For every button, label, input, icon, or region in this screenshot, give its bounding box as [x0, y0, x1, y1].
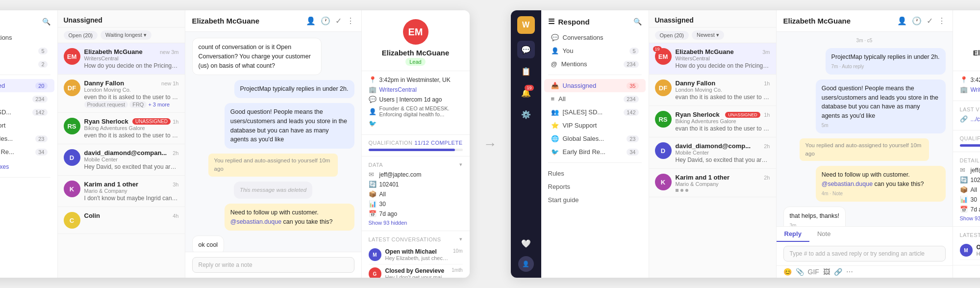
nav-item-unassigned-2[interactable]: 📥Unassigned 35: [544, 79, 646, 92]
conv-body-ryan-2: Ryan Sherlock UNASSIGNED 1h Biking Adven…: [676, 111, 770, 132]
conv-company-elizabeth-2: WritersCentral: [676, 55, 770, 61]
conv-name-ryan-2: Ryan Sherlock: [676, 111, 720, 118]
conv-time-colin: 4h: [173, 213, 178, 219]
nav-item-vip[interactable]: ⭐VIP Support: [0, 119, 54, 132]
conv-filter-open-2[interactable]: Open (20): [655, 31, 689, 40]
latest-chevron[interactable]: ▾: [459, 236, 463, 242]
nav-search-icon-2[interactable]: 🔍: [633, 18, 642, 26]
conv-item-colin[interactable]: C Colin 4h: [58, 207, 185, 234]
conv-avatar-danny-2: DF: [655, 79, 672, 96]
nav-item-mentions-2[interactable]: @Mentions 234: [544, 57, 646, 71]
conv-item-david-2[interactable]: D david_diamond@comp... 2h Mobile Center…: [649, 137, 776, 169]
chat-more-icon-2[interactable]: ⋮: [938, 16, 946, 26]
conv-item-elizabeth-2[interactable]: EM 19 Elizabeth McGuane 3m WritersCentra…: [649, 43, 776, 75]
nav-hamburger-2[interactable]: ☰: [548, 17, 554, 26]
nav-item-global-2[interactable]: 🌐Global Sales... 23: [544, 132, 646, 145]
chat-check-icon-2[interactable]: ✓: [927, 16, 933, 26]
nav-reports-2[interactable]: Reports: [541, 180, 649, 193]
data-chevron[interactable]: ▾: [459, 161, 463, 168]
toolbar-emoji[interactable]: 😊: [783, 268, 792, 276]
conv-preview-karim: I don't know but maybe Ingrid can help: [84, 195, 179, 202]
nav-item-you-2[interactable]: 👤You 5: [544, 44, 646, 57]
nav-panel-1: ☰ Respond 🔍 💬Conversations 👤You 5 @Menti…: [0, 10, 58, 278]
conv-body-danny-2: Danny Fallon 1h London Moving Co. evan t…: [676, 79, 770, 101]
conv-time-elizabeth: new 3m: [160, 49, 179, 55]
sidebar-icon-bell-2[interactable]: 🔔 19: [517, 84, 535, 102]
conv-item-karim[interactable]: K Karim and 1 other 3h Mario & Company I…: [58, 176, 185, 207]
chat-more-icon[interactable]: ⋮: [347, 16, 354, 26]
nav-item-earlybird-2[interactable]: 🐦Early Bird Re... 34: [544, 145, 646, 158]
contact-products-2: All: [971, 186, 977, 193]
nav-item-all[interactable]: ≡All 234: [0, 92, 54, 105]
latest-conv-1[interactable]: M Open with Michael Hey Elizabeth, just …: [369, 245, 463, 264]
latest-conv-2[interactable]: G Closed by Genevieve Hey I don't get yo…: [369, 264, 463, 278]
conv-filter-open[interactable]: Open (20): [64, 31, 98, 40]
conv-filter-sort[interactable]: Waiting longest ▾: [101, 30, 151, 40]
nav-count-earlybird-2: 34: [627, 149, 638, 156]
conv-item-david[interactable]: D david_diamond@compan... 2h Mobile Cent…: [58, 144, 185, 176]
nav-item-conversations[interactable]: 💬Conversations: [0, 31, 54, 44]
nav-item-global[interactable]: 🌐Global Sales... 23: [0, 132, 54, 145]
latest-convs-section-1: Latest conversations ▾ M Open with Micha…: [362, 231, 470, 278]
conv-item-danny-2[interactable]: DF Danny Fallon 1h London Moving Co. eva…: [649, 75, 776, 106]
sidebar-icon-chat-2[interactable]: 💬: [517, 41, 535, 58]
conv-avatar-colin: C: [64, 212, 80, 229]
chat-avatar-icon-2[interactable]: 👤: [897, 16, 907, 26]
chat-snooze-icon[interactable]: 🕐: [321, 16, 330, 26]
nav-item-unassigned[interactable]: 📥Unassigned 20: [0, 79, 54, 92]
conv-item-ryan[interactable]: RS Ryan Sherlock UNASSIGNED 1h Biking Ad…: [58, 113, 185, 144]
toolbar-gif[interactable]: GIF: [808, 268, 819, 276]
toolbar-image[interactable]: 🖼: [823, 268, 830, 276]
latest-conv-p2-1[interactable]: M Open with Michael Hey Elizabeth, just …: [960, 241, 980, 260]
nav-item-you[interactable]: 👤You 5: [0, 44, 54, 57]
nav-startguide-2[interactable]: Start guide: [541, 193, 649, 207]
nav-count-you-2: 5: [629, 48, 638, 54]
nav-startguide[interactable]: Start Guide: [0, 208, 57, 221]
nav-item-vip-2[interactable]: ⭐VIP Support: [544, 119, 646, 132]
chat-avatar-icon[interactable]: 👤: [306, 16, 316, 26]
conv-item-elizabeth[interactable]: EM Elizabeth McGuane new 3m WritersCentr…: [58, 43, 185, 75]
nav-rules-2[interactable]: Rules: [541, 167, 649, 180]
msg-mention-p2: @sebastian.duque: [822, 181, 873, 187]
see-more-inboxes[interactable]: See 3 more inboxes: [0, 160, 57, 173]
reply-tab-2[interactable]: Reply: [777, 227, 809, 242]
nav-item-earlybird[interactable]: 🐦Early Bird Re... 34: [0, 145, 54, 158]
conv-avatar-karim-2: K: [655, 174, 672, 190]
toolbar-attachment[interactable]: 📎: [796, 268, 804, 276]
nav-item-all-2[interactable]: ≡All 234: [544, 92, 646, 105]
show-hidden-1[interactable]: Show 93 hidden: [369, 220, 463, 226]
note-tab-2[interactable]: Note: [809, 227, 838, 242]
conv-filter-sort-2[interactable]: Newest ▾: [692, 30, 724, 40]
conv-list-1: Unassigned Open (20) Waiting longest ▾ E…: [58, 10, 185, 278]
nav-reports[interactable]: Reports: [0, 195, 57, 208]
toolbar-link[interactable]: 🔗: [834, 268, 842, 276]
chat-input-2[interactable]: Type # to add a saved reply or try sendi…: [783, 246, 946, 262]
msg-deleted-1: This message was deleted: [234, 182, 312, 199]
nav-item-conversations-2[interactable]: 💬Conversations: [544, 31, 646, 44]
nav-icon-conversations-2: 💬: [551, 34, 559, 41]
conv-item-karim-2[interactable]: K Karim and 1 other 2h Mario & Company: [649, 169, 776, 197]
chat-messages-1: count of conversation or is it Open Conv…: [185, 32, 361, 252]
contact-header-2: EM Elizabeth McGuane Lead: [953, 10, 980, 71]
nav-rules[interactable]: Rules: [0, 182, 57, 195]
contact-location-1: 3:42pm in Westminster, UK: [379, 77, 451, 83]
chat-snooze-icon-2[interactable]: 🕐: [912, 16, 922, 26]
conv-item-danny[interactable]: DF Danny Fallon new 1h London Moving Co.…: [58, 75, 185, 113]
chat-check-icon[interactable]: ✓: [335, 16, 342, 26]
nav-item-sales-2[interactable]: 👥[SALES] SD... 142: [544, 105, 646, 119]
sidebar-avatar-2[interactable]: 👤: [518, 256, 534, 272]
contact-badge-1: Lead: [405, 58, 425, 66]
chat-input-1[interactable]: Reply or write a note: [192, 257, 354, 273]
sidebar-icon-gear-2[interactable]: ⚙️: [517, 105, 535, 123]
nav-search-icon[interactable]: 🔍: [42, 18, 50, 26]
show-hidden-2[interactable]: Show 93 hidden: [960, 215, 980, 221]
sidebar-icon-list-2[interactable]: 📋: [517, 62, 535, 80]
data-title-1: Data ▾: [369, 161, 463, 168]
conv-item-ryan-2[interactable]: RS Ryan Sherlock UNASSIGNED 1h Biking Ad…: [649, 106, 776, 137]
nav-item-mentions[interactable]: @Mentions 2: [0, 57, 54, 71]
nav-item-sales[interactable]: 👥[SALES] SD... 142: [0, 105, 54, 119]
sidebar-icon-heart-2[interactable]: 🤍: [517, 235, 535, 252]
conv-name-david-2: david_diamond@comp...: [676, 142, 751, 150]
toolbar-more[interactable]: ⋯: [846, 268, 853, 276]
conv-body-ryan: Ryan Sherlock UNASSIGNED 1h Biking Adven…: [84, 118, 179, 139]
